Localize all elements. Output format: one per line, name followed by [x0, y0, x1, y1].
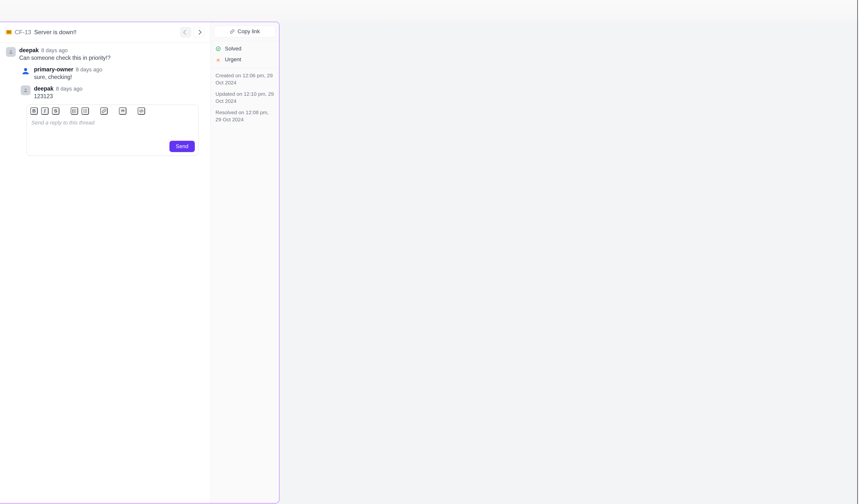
avatar [21, 85, 31, 95]
toolbar-spacer [63, 107, 67, 115]
ticket-id: CF-13 [15, 29, 31, 36]
thread-reply: primary-owner 8 days ago sure, checking! [21, 66, 205, 80]
ticket-title: Server is down!! [34, 29, 77, 36]
updated-on: Updated on 12:10 pm, 29 Oct 2024 [215, 90, 274, 105]
svg-point-0 [83, 110, 84, 110]
reply-input[interactable]: Send a reply to this thread [27, 116, 198, 138]
ticket-main: CF-13 Server is down!! [0, 22, 211, 503]
send-button[interactable]: Send [169, 141, 195, 152]
ticket-header: CF-13 Server is down!! [0, 22, 210, 43]
code-button[interactable] [138, 107, 145, 115]
composer-actions: Send [27, 138, 198, 156]
bold-button[interactable]: B [30, 107, 38, 115]
message-head: primary-owner 8 days ago [34, 66, 102, 73]
ordered-list-button[interactable] [71, 107, 78, 115]
ordered-list-icon [72, 109, 77, 113]
person-icon [23, 88, 28, 93]
link-icon [102, 109, 106, 113]
sidebar-top: Copy link [211, 22, 279, 41]
message-text: Can someone check this in priority!? [19, 54, 110, 61]
toolbar-spacer [111, 107, 116, 115]
quote-button[interactable] [119, 107, 126, 115]
sidebar-meta-section: Created on 12:06 pm, 29 Oct 2024 Updated… [211, 67, 279, 127]
copy-link-button[interactable]: Copy link [214, 26, 275, 37]
chevron-left-icon [183, 30, 188, 35]
message-body: deepak 8 days ago Can someone check this… [19, 47, 110, 61]
prev-ticket-button[interactable] [180, 27, 191, 37]
ticket-panel: CF-13 Server is down!! [0, 22, 280, 504]
message-head: deepak 8 days ago [34, 85, 82, 92]
italic-button[interactable]: I [41, 107, 48, 115]
message-author: deepak [34, 85, 54, 92]
chevron-right-icon [197, 30, 201, 35]
thread-reply: deepak 8 days ago 123123 [21, 85, 205, 100]
svg-point-3 [216, 47, 221, 51]
toolbar-spacer [92, 107, 97, 115]
avatar [21, 66, 31, 76]
priority-label: Urgent [225, 56, 241, 63]
ticket-title-wrap: CF-13 Server is down!! [6, 29, 77, 36]
bullet-list-icon [83, 109, 88, 113]
message-body: deepak 8 days ago 123123 [34, 85, 82, 100]
message-body: primary-owner 8 days ago sure, checking! [34, 66, 102, 80]
top-strip [0, 0, 859, 22]
composer-wrap: B I S [6, 105, 205, 163]
app-canvas: CF-13 Server is down!! [0, 0, 859, 504]
message-text: 123123 [34, 93, 82, 100]
copy-link-label: Copy link [238, 28, 260, 35]
ticket-nav [180, 27, 205, 37]
thread: deepak 8 days ago Can someone check this… [0, 43, 210, 170]
svg-point-2 [83, 112, 84, 113]
reply-composer: B I S [27, 105, 198, 156]
code-icon [139, 109, 144, 113]
message-text: sure, checking! [34, 74, 102, 80]
composer-toolbar: B I S [27, 105, 198, 116]
thread-root-message: deepak 8 days ago Can someone check this… [6, 47, 205, 61]
person-icon [21, 66, 30, 76]
ticket-sidebar: Copy link Solved Urgent Created on 12:06… [211, 22, 279, 503]
message-head: deepak 8 days ago [19, 47, 110, 54]
link-button[interactable] [100, 107, 108, 115]
person-icon [8, 49, 14, 54]
avatar [6, 47, 16, 57]
ticket-icon [6, 30, 12, 34]
next-ticket-button[interactable] [194, 27, 205, 37]
message-author: primary-owner [34, 66, 73, 73]
message-timestamp: 8 days ago [76, 66, 103, 73]
toolbar-spacer [130, 107, 134, 115]
priority-urgent-icon [215, 57, 221, 62]
priority-row[interactable]: Urgent [215, 56, 274, 63]
message-timestamp: 8 days ago [56, 85, 82, 92]
bullet-list-button[interactable] [81, 107, 89, 115]
check-circle-icon [215, 46, 221, 51]
sidebar-status-section: Solved Urgent [211, 41, 279, 67]
quote-icon [120, 109, 125, 113]
resolved-on: Resolved on 12:08 pm, 29 Oct 2024 [215, 109, 274, 123]
strikethrough-button[interactable]: S [52, 107, 59, 115]
status-label: Solved [225, 46, 241, 52]
message-author: deepak [19, 47, 39, 54]
message-timestamp: 8 days ago [41, 47, 68, 54]
page-divider [857, 0, 858, 504]
status-row[interactable]: Solved [215, 46, 274, 52]
link-icon [230, 29, 235, 34]
created-on: Created on 12:06 pm, 29 Oct 2024 [215, 72, 274, 86]
svg-point-1 [83, 111, 84, 111]
